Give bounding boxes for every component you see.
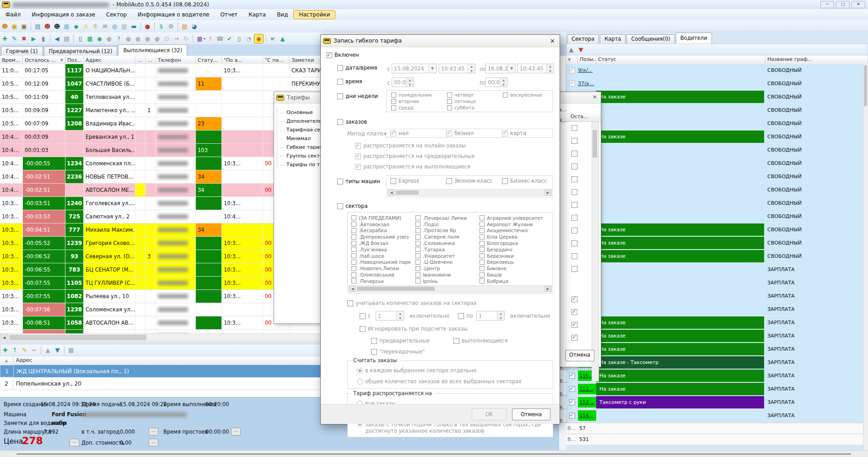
driver-row[interactable]: ЗАРПЛАТА: [566, 290, 868, 302]
weekday-четверг[interactable]: четверг: [447, 92, 474, 98]
driver-row[interactable]: 112...Таксометр с рукиЗАРПЛАТА: [566, 396, 868, 408]
orders-column-header[interactable]: "По а...: [222, 56, 263, 64]
sector-.Татарка[interactable]: .Татарка: [415, 246, 467, 253]
report-icon[interactable]: ▤: [33, 22, 42, 31]
driver-row[interactable]: ЗАРПЛАТА: [566, 303, 868, 316]
weekday-понедельник[interactable]: понедельник: [391, 92, 432, 98]
combo-arrow-icon[interactable]: ▼: [507, 64, 515, 73]
checkbox-icon[interactable]: [351, 278, 356, 283]
driver-select-cell[interactable]: [566, 413, 578, 419]
time-from-spinner[interactable]: 10:43:45▲▼: [439, 64, 475, 73]
enabled-checkbox[interactable]: Включен: [326, 52, 359, 58]
tab-Предварительный (12)[interactable]: Предварительный (12): [44, 46, 118, 56]
checkbox-icon[interactable]: [355, 164, 361, 170]
tariff-tree-item-Минимал[interactable]: Минимал: [280, 134, 326, 143]
eye-icon[interactable]: ◉: [254, 34, 264, 44]
stop-icon[interactable]: ●: [143, 22, 152, 31]
door-icon[interactable]: ▯: [76, 34, 85, 43]
checkbox-icon[interactable]: [337, 119, 343, 125]
orders-checkbox[interactable]: заказов: [337, 119, 367, 125]
driver-deny-icon[interactable]: ▼: [577, 45, 585, 54]
weekdays-checkbox[interactable]: дни недели: [337, 93, 378, 99]
sector-.Печерські Липки[interactable]: .Печерські Липки: [415, 215, 467, 221]
driver-row[interactable]: ЗАРПЛАТА: [566, 263, 868, 276]
idle-edit-button[interactable]: ...: [231, 428, 241, 435]
list-checkbox-checked[interactable]: [571, 296, 577, 302]
driver-row[interactable]: СВОБОДНЫЙ: [566, 210, 868, 223]
checkbox-icon[interactable]: [355, 143, 361, 149]
arrow-right-icon[interactable]: →: [172, 34, 181, 43]
menu-item-Карта[interactable]: Карта: [243, 10, 271, 19]
sector-.Автовокзал[interactable]: .Автовокзал: [351, 221, 411, 228]
orders-column-header[interactable]: Адрес: [84, 56, 135, 64]
driver-row[interactable]: ЗАРПЛАТА: [566, 277, 868, 289]
orders-column-header[interactable]: Врем...: [0, 56, 23, 64]
list-checkbox[interactable]: [571, 253, 577, 259]
weekday-вторник[interactable]: вторник: [391, 98, 419, 104]
driver-callsign-cell[interactable]: 112...: [578, 397, 596, 408]
checkbox-icon[interactable]: [351, 253, 356, 258]
money-icon[interactable]: $: [157, 22, 166, 31]
time-range-to-spinner[interactable]: 00:00▲▼: [485, 77, 507, 87]
spread-online-checkbox[interactable]: распространяется на онлайн-заказы: [355, 142, 466, 149]
tariff-tree-item-Тарифы по типам[interactable]: Тарифы по типам: [280, 160, 326, 169]
checkbox-icon[interactable]: [360, 326, 366, 332]
ignore-checkbox[interactable]: Игнорировать при подсчете заказы: [360, 326, 468, 332]
list-checkbox-checked[interactable]: [571, 322, 577, 328]
scroll-thumb[interactable]: [396, 190, 419, 195]
order-start-icon[interactable]: ▶: [29, 34, 38, 43]
driver-row[interactable]: СВОБОДНЫЙ: [566, 157, 868, 169]
driver-row[interactable]: На заказеЗАРПЛАТА: [566, 330, 868, 342]
sector-.Університет[interactable]: .Університет: [415, 253, 467, 259]
close-icon[interactable]: ✕: [593, 94, 597, 100]
weekday-пятница[interactable]: пятница: [447, 98, 476, 104]
list-checkbox[interactable]: [571, 266, 577, 272]
sector-.Соломьянка[interactable]: .Соломьянка: [415, 240, 467, 246]
sector-Білогородка[interactable]: Білогородка: [480, 240, 543, 246]
checkbox-icon[interactable]: [480, 247, 485, 252]
drivers-vscrollbar[interactable]: [863, 64, 868, 450]
driver-row[interactable]: 114...ЗАРПЛАТА: [566, 409, 868, 422]
sector-Аеропорт Жуляни[interactable]: Аеропорт Жуляни: [480, 221, 543, 228]
order-delete-icon[interactable]: ✖: [20, 34, 28, 43]
checkbox-icon[interactable]: [502, 178, 508, 184]
checkbox-checked-disabled[interactable]: [502, 131, 508, 136]
payment-нал[interactable]: нал: [390, 130, 409, 136]
checkbox-icon[interactable]: [480, 234, 485, 239]
checkbox-icon[interactable]: [337, 65, 343, 71]
checkbox-icon[interactable]: [360, 313, 366, 319]
extra-cost-edit-button[interactable]: ...: [149, 439, 158, 446]
count-orders-checkbox[interactable]: учитывать количество заказов на секторах: [347, 300, 477, 306]
scroll-left-icon[interactable]: ◀: [0, 334, 8, 341]
menu-item-Информация о заказе[interactable]: Информация о заказе: [26, 10, 101, 19]
driver-callsign-link[interactable]: 112...: [578, 397, 596, 408]
sectors-checkbox[interactable]: сектора: [337, 203, 367, 209]
checkbox-icon[interactable]: [458, 313, 464, 319]
cartypes-hscrollbar[interactable]: ◀▶: [388, 189, 552, 196]
checkbox-icon[interactable]: [503, 92, 508, 98]
cartype-Express[interactable]: Express: [390, 178, 419, 184]
order-import-icon[interactable]: ◀: [53, 34, 61, 43]
price-edit-button[interactable]: ...: [70, 439, 79, 446]
cashbox-icon[interactable]: ▥: [120, 22, 129, 31]
driver-callsign-link[interactable]: 114...: [578, 410, 596, 421]
driver-select-cell[interactable]: [566, 386, 578, 392]
dialog-titlebar[interactable]: Запись гибкого тарифа ✕: [321, 35, 560, 47]
sort-desc-icon[interactable]: ▼: [60, 58, 63, 62]
sector-.Олімпійський[interactable]: .Олімпійський: [351, 272, 411, 278]
no-entry-icon[interactable]: ∅: [162, 34, 171, 43]
order-row[interactable]: 11:0...00:17:051117О НАЦИОНАЛЬН...10:3..…: [0, 64, 343, 77]
sector-Аграрний університет[interactable]: Аграрний університет: [480, 215, 543, 221]
driver-callsign-cell[interactable]: 111...: [578, 384, 596, 394]
scroll-left-icon[interactable]: ◀: [388, 190, 395, 196]
dialog-close-icon[interactable]: ✕: [550, 38, 555, 44]
checkbox-icon[interactable]: [480, 228, 485, 233]
count-to-spinner[interactable]: 1▲▼: [476, 311, 505, 321]
orders-column-header[interactable]: Стату...: [196, 56, 222, 64]
driver-row[interactable]: СВОБОДНЫЙ: [566, 170, 868, 183]
cartype-Бизнес-класс[interactable]: Бизнес-класс: [502, 178, 547, 184]
orders-column-header[interactable]: ...: [135, 56, 146, 64]
order-edit-icon[interactable]: ✎: [10, 34, 19, 43]
checkbox-icon[interactable]: [337, 179, 343, 185]
driver-callsign-link[interactable]: 9(к/...: [578, 67, 593, 73]
